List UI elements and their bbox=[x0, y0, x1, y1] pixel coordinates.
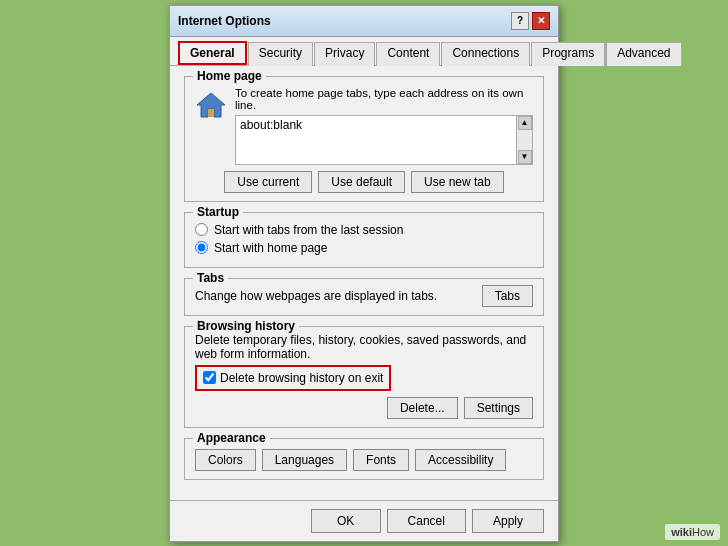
startup-group: Startup Start with tabs from the last se… bbox=[184, 212, 544, 268]
history-buttons: Delete... Settings bbox=[195, 397, 533, 419]
fonts-button[interactable]: Fonts bbox=[353, 449, 409, 471]
apply-button[interactable]: Apply bbox=[472, 509, 544, 533]
wiki-text: wiki bbox=[671, 526, 692, 538]
home-page-group: Home page To create home page tabs, type… bbox=[184, 76, 544, 202]
tab-privacy[interactable]: Privacy bbox=[314, 42, 375, 66]
close-button[interactable]: ✕ bbox=[532, 12, 550, 30]
content-area: Home page To create home page tabs, type… bbox=[170, 66, 558, 500]
home-page-label: Home page bbox=[193, 69, 266, 83]
appearance-group: Appearance Colors Languages Fonts Access… bbox=[184, 438, 544, 480]
tab-programs[interactable]: Programs bbox=[531, 42, 605, 66]
help-button[interactable]: ? bbox=[511, 12, 529, 30]
how-text: How bbox=[692, 526, 714, 538]
startup-option-last-session: Start with tabs from the last session bbox=[195, 223, 533, 237]
colors-button[interactable]: Colors bbox=[195, 449, 256, 471]
startup-home-page-label: Start with home page bbox=[214, 241, 327, 255]
dialog-title: Internet Options bbox=[178, 14, 271, 28]
home-page-buttons: Use current Use default Use new tab bbox=[195, 171, 533, 193]
house-icon bbox=[195, 89, 227, 121]
svg-rect-1 bbox=[208, 109, 214, 117]
home-page-description: To create home page tabs, type each addr… bbox=[235, 87, 533, 111]
delete-history-checkbox[interactable] bbox=[203, 371, 216, 384]
cancel-button[interactable]: Cancel bbox=[387, 509, 466, 533]
tabs-row: General Security Privacy Content Connect… bbox=[170, 37, 558, 66]
startup-label: Startup bbox=[193, 205, 243, 219]
scrollbar-vertical: ▲ ▼ bbox=[516, 116, 532, 164]
use-new-tab-button[interactable]: Use new tab bbox=[411, 171, 504, 193]
delete-button[interactable]: Delete... bbox=[387, 397, 458, 419]
scroll-up-arrow[interactable]: ▲ bbox=[518, 116, 532, 130]
home-page-input-wrapper: ▲ ▼ bbox=[235, 115, 533, 165]
home-page-content: To create home page tabs, type each addr… bbox=[235, 87, 533, 165]
wikihow-badge: wikiHow bbox=[665, 524, 720, 540]
tab-connections[interactable]: Connections bbox=[441, 42, 530, 66]
startup-radio-last-session[interactable] bbox=[195, 223, 208, 236]
languages-button[interactable]: Languages bbox=[262, 449, 347, 471]
title-bar: Internet Options ? ✕ bbox=[170, 6, 558, 37]
startup-option-home-page: Start with home page bbox=[195, 241, 533, 255]
home-page-row: To create home page tabs, type each addr… bbox=[195, 87, 533, 165]
startup-last-session-label: Start with tabs from the last session bbox=[214, 223, 403, 237]
delete-history-checkbox-row: Delete browsing history on exit bbox=[195, 365, 391, 391]
tabs-description: Change how webpages are displayed in tab… bbox=[195, 289, 437, 303]
outer-wrapper: Internet Options ? ✕ General Security Pr… bbox=[0, 0, 728, 546]
tab-security[interactable]: Security bbox=[248, 42, 313, 66]
startup-radio-home-page[interactable] bbox=[195, 241, 208, 254]
tab-advanced[interactable]: Advanced bbox=[606, 42, 681, 66]
browsing-history-group: Browsing history Delete temporary files,… bbox=[184, 326, 544, 428]
tab-general[interactable]: General bbox=[178, 41, 247, 65]
appearance-label: Appearance bbox=[193, 431, 270, 445]
scroll-down-arrow[interactable]: ▼ bbox=[518, 150, 532, 164]
bottom-bar: OK Cancel Apply bbox=[170, 500, 558, 541]
tabs-section-group: Tabs Change how webpages are displayed i… bbox=[184, 278, 544, 316]
title-bar-buttons: ? ✕ bbox=[511, 12, 550, 30]
tab-content[interactable]: Content bbox=[376, 42, 440, 66]
tabs-button[interactable]: Tabs bbox=[482, 285, 533, 307]
tabs-section-content: Change how webpages are displayed in tab… bbox=[195, 285, 533, 307]
ok-button[interactable]: OK bbox=[311, 509, 381, 533]
appearance-buttons: Colors Languages Fonts Accessibility bbox=[195, 449, 533, 471]
tabs-section-label: Tabs bbox=[193, 271, 228, 285]
home-page-input[interactable] bbox=[236, 116, 516, 134]
use-current-button[interactable]: Use current bbox=[224, 171, 312, 193]
use-default-button[interactable]: Use default bbox=[318, 171, 405, 193]
delete-history-label: Delete browsing history on exit bbox=[220, 371, 383, 385]
accessibility-button[interactable]: Accessibility bbox=[415, 449, 506, 471]
browsing-history-label: Browsing history bbox=[193, 319, 299, 333]
internet-options-dialog: Internet Options ? ✕ General Security Pr… bbox=[169, 5, 559, 542]
history-description: Delete temporary files, history, cookies… bbox=[195, 333, 533, 361]
settings-button[interactable]: Settings bbox=[464, 397, 533, 419]
